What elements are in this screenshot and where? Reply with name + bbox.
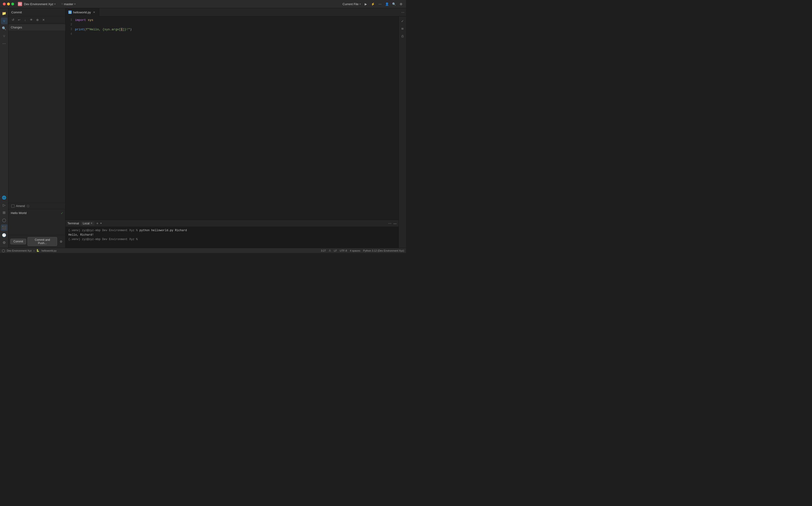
activity-git-icon[interactable]: ⑂ bbox=[1, 18, 7, 24]
more-options-icon[interactable]: ⋯ bbox=[378, 2, 382, 6]
expand-icon[interactable]: ⊕ bbox=[35, 17, 40, 22]
status-warning-icon: ⚠ bbox=[329, 249, 331, 252]
status-python-icon: 🐍 bbox=[36, 249, 40, 252]
current-file-chevron-icon: ▾ bbox=[359, 3, 361, 6]
project-chevron-icon: ▾ bbox=[54, 3, 56, 6]
sidebar-toolbar: ↺ ↩ ↓ 👁 ⊕ ✕ bbox=[8, 16, 65, 23]
undo-icon[interactable]: ↩ bbox=[16, 17, 22, 22]
eye-icon[interactable]: 👁 bbox=[29, 17, 34, 22]
commit-buttons: Commit Commit and Push... ⚙ bbox=[8, 235, 65, 248]
code-line-2: 2 bbox=[66, 23, 399, 28]
sidebar-title: Commit bbox=[11, 11, 22, 14]
sidebar-content: Changes bbox=[8, 23, 65, 203]
terminal-line-3: (.venv) zyz@zyz-mbp Dev Environment Xyz … bbox=[68, 237, 396, 242]
diff-icon[interactable]: ≋ bbox=[400, 26, 405, 31]
commit-button[interactable]: Commit bbox=[10, 239, 26, 244]
code-line-1: 1 import sys bbox=[66, 18, 399, 23]
terminal-local-tab[interactable]: Local ✕ bbox=[81, 221, 94, 226]
minimize-button[interactable] bbox=[7, 3, 10, 5]
titlebar: DZ Dev Environment Xyz ▾ ⑂ master ▾ Curr… bbox=[0, 0, 406, 8]
amend-checkbox[interactable] bbox=[11, 204, 14, 208]
git-branch-icon: ⑂ bbox=[61, 2, 63, 6]
tab-bar: 🐍 helloworld.py ✕ ⋯ bbox=[66, 8, 406, 16]
activity-settings2-icon[interactable]: ⚙ bbox=[1, 239, 7, 246]
activity-branches-icon[interactable]: ⑂ bbox=[1, 32, 7, 39]
changes-section: Changes bbox=[8, 23, 65, 31]
activity-more-icon[interactable]: ⋯ bbox=[1, 40, 7, 47]
status-encoding[interactable]: UTF-8 bbox=[340, 249, 347, 252]
commit-message-area: ✓ bbox=[8, 209, 65, 235]
history-icon[interactable]: ⎙ bbox=[400, 33, 405, 39]
commit-message-input[interactable] bbox=[8, 209, 65, 234]
search-icon[interactable]: 🔍 bbox=[392, 2, 396, 6]
commit-settings-icon[interactable]: ⚙ bbox=[59, 239, 63, 244]
tab-close-icon[interactable]: ✕ bbox=[92, 10, 96, 14]
branch-selector[interactable]: ⑂ master ▾ bbox=[61, 2, 76, 6]
amend-row: Amend ⓘ bbox=[8, 203, 65, 209]
activity-layers-icon[interactable]: ⊞ bbox=[1, 209, 7, 216]
status-python-version[interactable]: Python 3.12 (Dev Environment Xyz) bbox=[363, 249, 404, 252]
terminal-right-controls: ⋯ — bbox=[388, 222, 397, 225]
refresh-icon[interactable]: ↺ bbox=[10, 17, 15, 22]
python-file-icon: 🐍 bbox=[68, 11, 72, 14]
settings-icon[interactable]: ⚙ bbox=[399, 2, 403, 6]
activity-folder-icon[interactable]: 📁 bbox=[1, 10, 7, 17]
status-arrow-icon: › bbox=[33, 249, 35, 252]
amend-info-icon[interactable]: ⓘ bbox=[26, 204, 29, 208]
terminal-line-1: (.venv) zyz@zyz-mbp Dev Environment Xyz … bbox=[68, 228, 396, 233]
run-icon[interactable]: ▶ bbox=[364, 2, 368, 6]
close-button[interactable] bbox=[3, 3, 6, 5]
amend-label: Amend bbox=[16, 204, 25, 208]
status-project[interactable]: Dev Environment Xyz bbox=[7, 249, 32, 252]
terminal-chevron-icon[interactable]: ▾ bbox=[100, 222, 102, 225]
activity-run2-icon[interactable]: ▷ bbox=[1, 202, 7, 208]
close2-icon[interactable]: ✕ bbox=[41, 17, 46, 22]
status-lf[interactable]: LF bbox=[334, 249, 337, 252]
terminal-line-2: Hello, Richard! bbox=[68, 233, 396, 237]
terminal-content[interactable]: (.venv) zyz@zyz-mbp Dev Environment Xyz … bbox=[66, 227, 399, 248]
status-left: ◯ Dev Environment Xyz › 🐍 helloworld.py bbox=[2, 249, 57, 252]
activity-circle-icon[interactable]: ◯ bbox=[1, 217, 7, 224]
user-icon[interactable]: 👤 bbox=[385, 2, 389, 6]
activity-search-icon[interactable]: 🔍 bbox=[1, 25, 7, 32]
checkmark-icon[interactable]: ✓ bbox=[400, 18, 405, 24]
terminal-section: Terminal Local ✕ + ▾ ⋯ — bbox=[66, 220, 399, 248]
maximize-button[interactable] bbox=[11, 3, 14, 5]
status-indent[interactable]: 4 spaces bbox=[350, 249, 360, 252]
titlebar-right: Current File ▾ ▶ ⚡ ⋯ 👤 🔍 ⚙ bbox=[343, 2, 403, 6]
commit-push-button[interactable]: Commit and Push... bbox=[27, 237, 57, 246]
terminal-minimize-icon[interactable]: — bbox=[393, 222, 397, 225]
traffic-lights bbox=[3, 3, 14, 5]
code-line-3: 3 print(f"Hello, {sys.argv[1]}!") bbox=[66, 28, 399, 32]
terminal-more-icon[interactable]: ⋯ bbox=[388, 222, 392, 225]
status-right: 3:27 ⚠ LF UTF-8 4 spaces Python 3.12 (De… bbox=[321, 249, 404, 252]
activity-globe-icon[interactable]: 🌐 bbox=[1, 194, 7, 201]
terminal-tab-bar: Terminal Local ✕ + ▾ ⋯ — bbox=[66, 220, 399, 227]
project-name[interactable]: Dev Environment Xyz ▾ bbox=[24, 2, 56, 6]
activity-bar: 📁 ⑂ 🔍 ⑂ ⋯ 🌐 ▷ ⊞ ◯ ⬛ 🕐 ⚙ bbox=[0, 8, 8, 248]
editor-area: 🐍 helloworld.py ✕ ⋯ 1 import sys 2 bbox=[66, 8, 406, 248]
terminal-local-close-icon[interactable]: ✕ bbox=[90, 222, 92, 225]
main-layout: 📁 ⑂ 🔍 ⑂ ⋯ 🌐 ▷ ⊞ ◯ ⬛ 🕐 ⚙ Commit ↺ ↩ ↓ 👁 ⊕… bbox=[0, 8, 406, 248]
code-line-4: 4 bbox=[66, 32, 399, 37]
activity-terminal-icon[interactable]: ⬛ bbox=[1, 224, 7, 231]
current-file-button[interactable]: Current File ▾ bbox=[343, 2, 361, 6]
file-tab[interactable]: 🐍 helloworld.py ✕ bbox=[66, 8, 99, 16]
status-position[interactable]: 3:27 bbox=[321, 249, 326, 252]
debug-icon[interactable]: ⚡ bbox=[371, 2, 375, 6]
app-icon: DZ bbox=[18, 2, 22, 6]
sidebar: Commit ↺ ↩ ↓ 👁 ⊕ ✕ Changes Amend ⓘ ✓ bbox=[8, 8, 66, 248]
tab-more-icon[interactable]: ⋯ bbox=[399, 9, 406, 15]
commit-check-icon: ✓ bbox=[61, 211, 63, 215]
branch-chevron-icon: ▾ bbox=[74, 3, 76, 6]
editor-right-toolbar: ✓ ≋ ⎙ bbox=[399, 16, 406, 248]
terminal-tab[interactable]: Terminal bbox=[67, 222, 79, 225]
download-icon[interactable]: ↓ bbox=[22, 17, 28, 22]
code-content[interactable]: 1 import sys 2 3 print(f"Hello, {sys.arg… bbox=[66, 16, 399, 220]
editor-main: 1 import sys 2 3 print(f"Hello, {sys.arg… bbox=[66, 16, 399, 248]
activity-clock-icon[interactable]: 🕐 bbox=[1, 232, 7, 239]
changes-header: Changes bbox=[8, 24, 65, 30]
status-file[interactable]: helloworld.py bbox=[41, 249, 56, 252]
status-bar: ◯ Dev Environment Xyz › 🐍 helloworld.py … bbox=[0, 248, 406, 253]
terminal-add-icon[interactable]: + bbox=[96, 221, 98, 226]
